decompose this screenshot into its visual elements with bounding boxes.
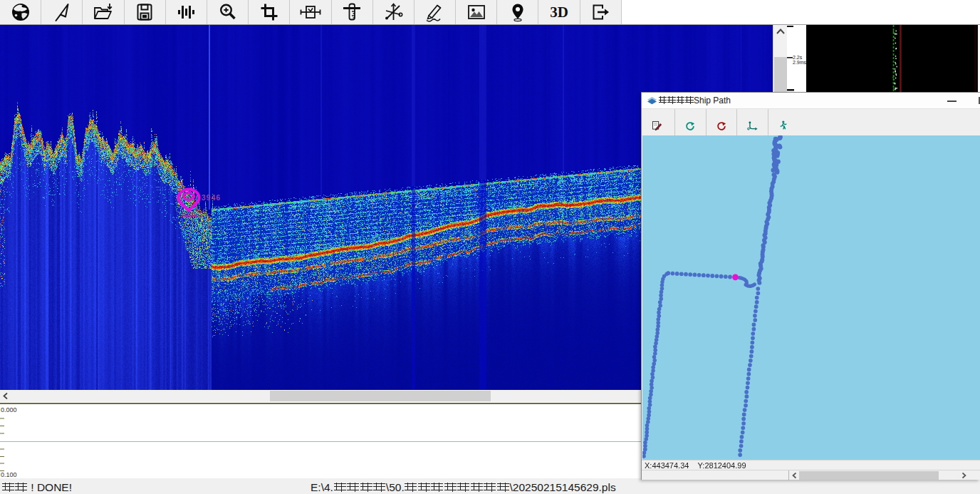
svg-text:2.2s: 2.2s: [793, 55, 803, 60]
svg-text:2.9ms: 2.9ms: [793, 60, 806, 65]
